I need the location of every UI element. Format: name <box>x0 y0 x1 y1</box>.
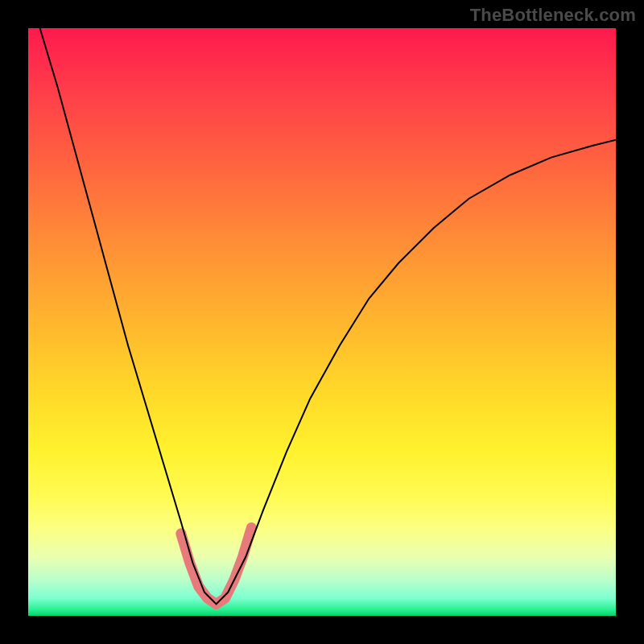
plot-area <box>28 28 616 616</box>
bottleneck-curve-path <box>40 28 616 604</box>
chart-frame: TheBottleneck.com <box>0 0 644 644</box>
watermark-text: TheBottleneck.com <box>470 5 636 26</box>
curve-svg <box>28 28 616 616</box>
